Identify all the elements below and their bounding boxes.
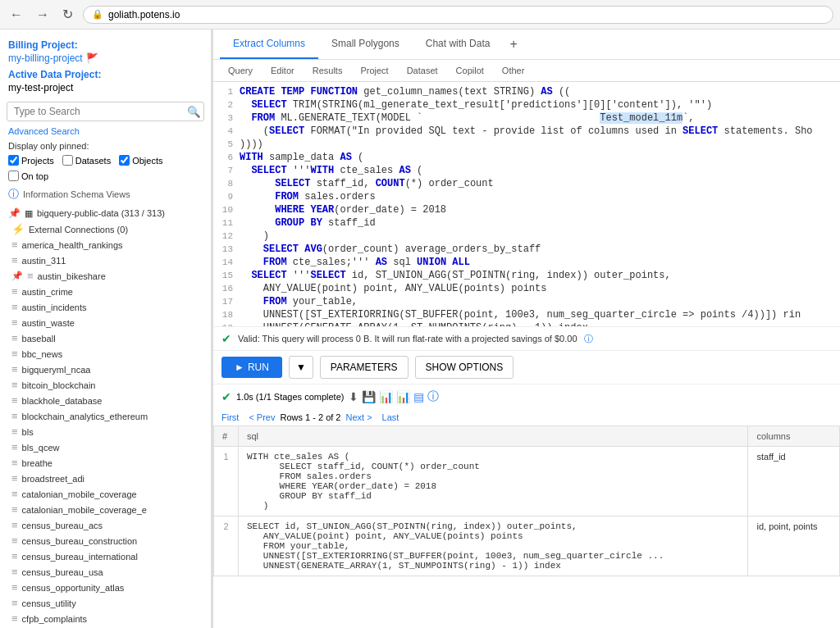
sub-tab[interactable]: Project xyxy=(352,63,396,78)
sub-tab[interactable]: Query xyxy=(220,63,261,78)
reload-button[interactable]: ↻ xyxy=(59,5,76,24)
forward-button[interactable]: → xyxy=(33,6,52,24)
dataset-item[interactable]: ≡ blockchain_analytics_ethereum xyxy=(0,408,211,424)
line-content: )))) xyxy=(240,138,263,151)
bar-chart-icon[interactable]: ▤ xyxy=(413,390,424,403)
projects-checkbox[interactable] xyxy=(8,155,19,166)
dataset-item[interactable]: ⚡ External Connections (0) xyxy=(0,221,211,237)
line-number: 11 xyxy=(217,216,240,230)
line-content: SELECT '''WITH cte_sales AS ( xyxy=(240,164,422,177)
dataset-item[interactable]: ≡ bbc_news xyxy=(0,346,211,362)
dataset-item[interactable]: ≡ broadstreet_adi xyxy=(0,471,211,486)
dataset-item[interactable]: ≡ america_health_rankings xyxy=(0,237,211,253)
search-input[interactable] xyxy=(7,102,204,121)
datasets-checkbox-label[interactable]: Datasets xyxy=(62,155,111,166)
dataset-item[interactable]: ≡ census_bureau_acs xyxy=(0,517,211,533)
advanced-search-link[interactable]: Advanced Search xyxy=(0,125,211,139)
active-label: Active Data Project: xyxy=(0,66,211,80)
bigquery-public-row[interactable]: 📌 ▦ bigquery-public-data (313 / 313) xyxy=(0,205,211,221)
dataset-item[interactable]: ≡ catalonian_mobile_coverage_e xyxy=(0,502,211,517)
line-content: SELECT '''SELECT id, ST_UNION_AGG(ST_POI… xyxy=(240,269,671,282)
dataset-item[interactable]: ≡ bls_qcew xyxy=(0,439,211,455)
dataset-icon: ≡ xyxy=(11,612,18,625)
validation-bar: ✔ Valid: This query will process 0 B. It… xyxy=(213,326,840,350)
code-line: 10 WHERE YEAR(order_date) = 2018 xyxy=(213,203,840,216)
back-button[interactable]: ← xyxy=(7,6,26,24)
flag-icon: 🚩 xyxy=(86,52,98,64)
dataset-item[interactable]: ≡ bitcoin_blockchain xyxy=(0,377,211,393)
dataset-item[interactable]: ≡ bls xyxy=(0,424,211,439)
dataset-item[interactable]: ≡ census_opportunity_atlas xyxy=(0,580,211,595)
dataset-name: census_bureau_international xyxy=(22,552,138,562)
dataset-item[interactable]: ≡ bigqueryml_ncaa xyxy=(0,362,211,377)
keyword: FROM xyxy=(263,296,287,307)
first-link[interactable]: First xyxy=(221,412,239,422)
code-line: 17 FROM your_table, xyxy=(213,295,840,308)
parameters-button[interactable]: PARAMETERS xyxy=(320,356,409,379)
projects-checkbox-label[interactable]: Projects xyxy=(8,155,54,166)
sheets-icon[interactable]: 📊 xyxy=(396,390,410,403)
sub-tab[interactable]: Results xyxy=(304,63,351,78)
dataset-name: blackhole_database xyxy=(22,396,103,406)
save-icon[interactable]: 💾 xyxy=(362,390,376,403)
sub-tab[interactable]: Dataset xyxy=(399,63,446,78)
dataset-item[interactable]: ≡ catalonian_mobile_coverage xyxy=(0,486,211,502)
objects-checkbox-label[interactable]: Objects xyxy=(119,155,162,166)
show-options-button[interactable]: SHOW OPTIONS xyxy=(415,356,514,379)
dataset-icon: ≡ xyxy=(11,425,18,438)
dataset-item[interactable]: ≡ census_utility xyxy=(0,595,211,611)
code-line: 7 SELECT '''WITH cte_sales AS ( xyxy=(213,164,840,177)
chart-icon[interactable]: 📊 xyxy=(379,390,393,403)
line-content: FROM your_table, xyxy=(240,295,358,308)
sub-tab[interactable]: Editor xyxy=(262,63,303,78)
pinned-icon: 📌 xyxy=(8,207,21,219)
on-top-checkbox[interactable] xyxy=(8,171,19,181)
dataset-icon: ≡ xyxy=(11,535,18,547)
dataset-item[interactable]: ≡ austin_incidents xyxy=(0,299,211,315)
info-schema-label: Information Schema Views xyxy=(23,189,130,199)
table-row: 2SELECT id, ST_UNION_AGG(ST_POINTN(ring,… xyxy=(214,517,840,576)
add-tab-button[interactable]: + xyxy=(503,30,523,58)
code-editor[interactable]: 1CREATE TEMP FUNCTION get_column_names(t… xyxy=(213,82,840,326)
code-line: 11 GROUP BY staff_id xyxy=(213,216,840,230)
next-link[interactable]: Next > xyxy=(345,412,372,422)
code-line: 4 (SELECT FORMAT("In provided SQL text -… xyxy=(213,125,840,138)
right-panel: Extract ColumnsSmall PolygonsChat with D… xyxy=(213,30,840,628)
download-icon[interactable]: ⬇ xyxy=(349,390,358,403)
line-content: WITH sample_data AS ( xyxy=(240,151,363,164)
run-button[interactable]: ► RUN xyxy=(221,357,282,378)
keyword: TEMP xyxy=(281,86,304,98)
dataset-item[interactable]: ≡ austin_crime xyxy=(0,284,211,299)
sub-tab[interactable]: Other xyxy=(494,63,533,78)
main-tab[interactable]: Chat with Data xyxy=(413,30,504,59)
dataset-item[interactable]: ≡ baseball xyxy=(0,330,211,346)
main-tab[interactable]: Small Polygons xyxy=(318,30,413,59)
dataset-item[interactable]: ≡ census_bureau_usa xyxy=(0,564,211,580)
keyword: AS xyxy=(376,257,387,268)
search-icon-button[interactable]: 🔍 xyxy=(187,106,201,118)
dataset-item[interactable]: ≡ census_bureau_construction xyxy=(0,533,211,548)
columns-cell: staff_id xyxy=(748,447,840,517)
info-results-icon[interactable]: ⓘ xyxy=(427,389,439,404)
keyword: BY xyxy=(310,217,322,229)
prev-link[interactable]: < Prev xyxy=(249,412,275,422)
dataset-item[interactable]: ≡ cfpb_complaints xyxy=(0,611,211,626)
dataset-name: census_utility xyxy=(22,598,76,608)
last-link[interactable]: Last xyxy=(382,412,399,422)
datasets-checkbox[interactable] xyxy=(62,155,73,166)
main-tab[interactable]: Extract Columns xyxy=(220,30,318,59)
dataset-item[interactable]: ≡ census_bureau_international xyxy=(0,548,211,564)
line-number: 13 xyxy=(217,243,240,256)
address-bar: 🔒 goliath.potens.io xyxy=(83,6,833,24)
dataset-item[interactable]: ≡ breathe xyxy=(0,455,211,471)
code-line: 18 UNNEST([ST_EXTERIORRING(ST_BUFFER(poi… xyxy=(213,308,840,321)
dataset-item[interactable]: ≡ austin_waste xyxy=(0,315,211,330)
objects-checkbox[interactable] xyxy=(119,155,130,166)
run-dropdown-button[interactable]: ▼ xyxy=(289,356,313,379)
dataset-item[interactable]: ≡ austin_311 xyxy=(0,253,211,268)
dataset-icon: ≡ xyxy=(11,550,18,562)
info-schema-row: ⓘ Information Schema Views xyxy=(0,184,211,205)
dataset-item[interactable]: 📌 ≡ austin_bikeshare xyxy=(0,268,211,284)
dataset-item[interactable]: ≡ blackhole_database xyxy=(0,393,211,408)
sub-tab[interactable]: Copilot xyxy=(448,63,492,78)
